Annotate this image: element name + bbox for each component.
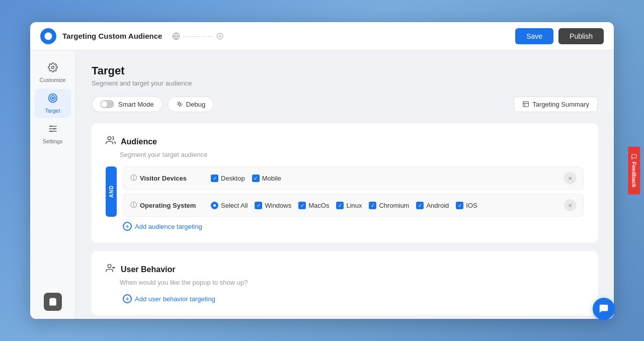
debug-icon (176, 101, 183, 108)
visitor-devices-options: Desktop Mobile (211, 175, 564, 182)
svg-point-28 (108, 265, 111, 268)
mobile-option[interactable]: Mobile (252, 175, 281, 182)
ios-option[interactable]: IOS (456, 202, 477, 209)
customize-icon (48, 62, 58, 75)
operating-system-row: ⓘ Operating System Select All (123, 194, 584, 217)
sidebar-item-settings-label: Settings (43, 138, 63, 144)
page-title: Target (92, 64, 598, 77)
smart-mode-label: Smart Mode (118, 101, 154, 108)
audience-rows: AND ⓘ Visitor Devices Desktop (106, 166, 584, 217)
svg-point-14 (53, 128, 55, 129)
svg-line-20 (178, 102, 179, 103)
svg-point-15 (50, 130, 52, 132)
app-logo (40, 28, 56, 44)
os-info-icon[interactable]: ⓘ (130, 201, 137, 210)
operating-system-text: Operating System (140, 202, 196, 209)
visitor-devices-row: ⓘ Visitor Devices Desktop Mob (123, 166, 584, 190)
content-area: Target Segment and target your audience … (75, 50, 614, 319)
smart-mode-toggle[interactable] (100, 100, 114, 108)
audience-row-list: ⓘ Visitor Devices Desktop Mob (123, 166, 584, 217)
svg-point-13 (50, 125, 52, 127)
add-audience-link[interactable]: + Add audience targeting (123, 222, 584, 231)
linux-checkbox[interactable] (336, 202, 344, 209)
sidebar: Customize Target Settings (30, 50, 75, 319)
ios-label: IOS (466, 202, 477, 209)
windows-label: Windows (265, 202, 291, 209)
sidebar-item-customize[interactable]: Customize (35, 58, 71, 87)
smart-mode-button[interactable]: Smart Mode (92, 96, 163, 112)
publish-button[interactable]: Publish (558, 28, 604, 44)
targeting-summary-button[interactable]: Targeting Summary (514, 97, 598, 112)
chat-icon (598, 303, 609, 314)
svg-point-9 (52, 97, 53, 99)
user-behavior-title: User Behavior (121, 265, 176, 274)
svg-point-8 (50, 96, 55, 101)
add-user-behavior-plus-icon: + (123, 294, 132, 303)
chat-bubble[interactable] (593, 298, 615, 320)
audience-section: Audience Segment your target audience AN… (92, 123, 598, 243)
visitor-devices-remove[interactable]: × (564, 172, 576, 184)
user-behavior-subtitle: When would you like the popup to show up… (120, 279, 584, 286)
linux-option[interactable]: Linux (336, 202, 362, 209)
windows-checkbox[interactable] (255, 202, 262, 209)
svg-rect-24 (523, 102, 529, 107)
visitor-devices-text: Visitor Devices (140, 175, 187, 182)
save-button[interactable]: Save (515, 28, 553, 44)
close-circle-icon (216, 33, 223, 40)
chromium-label: Chromium (379, 202, 409, 209)
android-option[interactable]: Android (416, 202, 449, 209)
page-subtitle: Segment and target your audience (92, 79, 598, 87)
macos-label: MacOs (308, 202, 329, 209)
sidebar-item-settings[interactable]: Settings (35, 120, 71, 148)
main-layout: Customize Target Settings (30, 50, 614, 319)
svg-line-21 (181, 105, 182, 106)
audience-subtitle: Segment your target audience (120, 151, 584, 158)
os-options: Select All Windows MacOs (211, 202, 564, 209)
visitor-devices-label: ⓘ Visitor Devices (130, 174, 211, 183)
sidebar-bottom (44, 293, 62, 311)
add-audience-plus-icon: + (123, 222, 132, 231)
select-all-label: Select All (221, 202, 248, 209)
bag-icon[interactable] (44, 293, 62, 311)
add-audience-label: Add audience targeting (135, 223, 202, 230)
breadcrumb: ---------- (172, 32, 223, 40)
operating-system-label: ⓘ Operating System (130, 201, 211, 210)
macos-option[interactable]: MacOs (298, 202, 329, 209)
header: Targeting Custom Audience ---------- Sav… (30, 22, 614, 50)
chromium-checkbox[interactable] (369, 202, 376, 209)
desktop-label: Desktop (221, 175, 245, 182)
android-checkbox[interactable] (416, 202, 424, 209)
globe-icon (172, 32, 180, 40)
audience-section-header: Audience (106, 135, 584, 148)
ios-checkbox[interactable] (456, 202, 463, 209)
os-remove[interactable]: × (564, 199, 576, 211)
add-user-behavior-label: Add user behavior targeting (135, 295, 215, 303)
select-all-radio[interactable] (211, 202, 218, 209)
select-all-option[interactable]: Select All (211, 202, 248, 209)
add-user-behavior-link[interactable]: + Add user behavior targeting (123, 294, 584, 303)
target-icon (48, 93, 58, 106)
chromium-option[interactable]: Chromium (369, 202, 409, 209)
android-label: Android (426, 202, 449, 209)
visitor-devices-info-icon[interactable]: ⓘ (130, 174, 137, 183)
desktop-option[interactable]: Desktop (211, 175, 245, 182)
audience-icon (106, 135, 116, 148)
debug-button[interactable]: Debug (168, 97, 214, 112)
windows-option[interactable]: Windows (255, 202, 291, 209)
sidebar-item-target[interactable]: Target (35, 89, 71, 118)
debug-label: Debug (186, 101, 205, 108)
mobile-label: Mobile (262, 175, 281, 182)
user-behavior-icon (106, 263, 116, 276)
svg-point-0 (45, 32, 52, 40)
desktop-checkbox[interactable] (211, 175, 218, 182)
user-behavior-header: User Behavior (106, 263, 584, 276)
mobile-checkbox[interactable] (252, 175, 260, 182)
user-behavior-section: User Behavior When would you like the po… (92, 251, 598, 315)
header-actions: Save Publish (515, 28, 604, 44)
feedback-tab[interactable]: Feedback (628, 147, 640, 195)
macos-checkbox[interactable] (298, 202, 306, 209)
audience-title: Audience (121, 137, 157, 146)
feedback-label: Feedback (631, 162, 637, 188)
settings-icon (48, 124, 58, 136)
sidebar-item-target-label: Target (45, 108, 60, 114)
